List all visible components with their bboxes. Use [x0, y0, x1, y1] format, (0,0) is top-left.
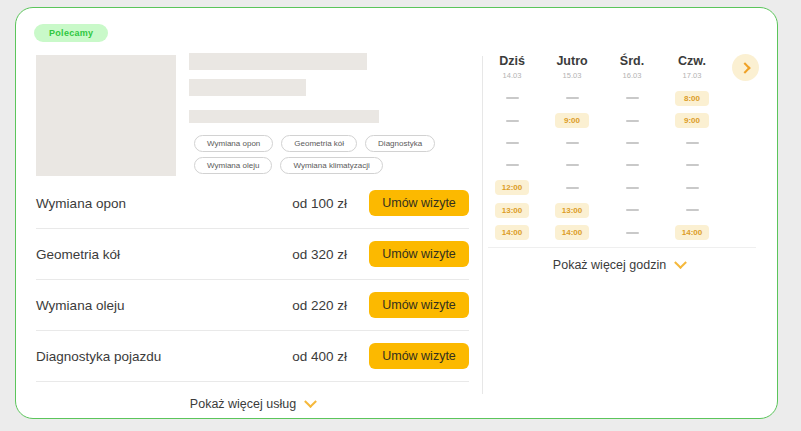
service-tags: Wymiana oponGeometria kółDiagnostykaWymi… — [194, 135, 459, 174]
book-visit-button[interactable]: Umów wizyte — [369, 292, 469, 318]
time-slot-button[interactable]: 13:00 — [495, 203, 529, 218]
workshop-title-placeholder — [189, 53, 367, 70]
workshop-card: Polecamy Wymiana oponGeometria kółDiagno… — [15, 7, 778, 419]
service-row: Wymiana olejuod 220 złUmów wizyte — [36, 280, 469, 331]
service-tag: Wymiana oleju — [194, 157, 272, 174]
empty-slot — [566, 187, 579, 189]
service-tag: Wymiana klimatyzacji — [280, 157, 382, 174]
unavailable-dash — [626, 120, 639, 122]
day-date: 16.03 — [602, 71, 662, 80]
book-visit-button[interactable]: Umów wizyte — [369, 241, 469, 267]
time-slot-button[interactable]: 14:00 — [555, 225, 589, 240]
chevron-down-icon — [674, 256, 687, 269]
show-more-services-label: Pokaż więcej usług — [190, 397, 296, 411]
unavailable-dash — [566, 187, 579, 189]
empty-slot — [686, 209, 699, 211]
empty-slot — [626, 232, 639, 234]
chevron-down-icon — [304, 395, 317, 408]
book-visit-button[interactable]: Umów wizyte — [369, 190, 469, 216]
day-label: Śrd. — [602, 54, 662, 68]
empty-slot — [686, 142, 699, 144]
unavailable-dash — [626, 187, 639, 189]
time-slot-button[interactable]: 13:00 — [555, 203, 589, 218]
unavailable-dash — [566, 164, 579, 166]
unavailable-dash — [686, 142, 699, 144]
day-date: 14.03 — [482, 71, 542, 80]
empty-slot — [506, 120, 519, 122]
recommended-badge: Polecamy — [34, 24, 108, 42]
unavailable-dash — [626, 164, 639, 166]
time-slot-button[interactable]: 8:00 — [675, 91, 709, 106]
unavailable-dash — [506, 142, 519, 144]
day-label: Czw. — [662, 54, 722, 68]
unavailable-dash — [686, 209, 699, 211]
empty-slot — [506, 142, 519, 144]
service-price: od 220 zł — [275, 298, 347, 313]
unavailable-dash — [626, 142, 639, 144]
empty-slot — [626, 209, 639, 211]
service-name: Geometria kół — [36, 247, 275, 262]
service-name: Wymiana oleju — [36, 298, 275, 313]
time-slot-button[interactable]: 9:00 — [675, 113, 709, 128]
calendar-divider — [488, 247, 756, 248]
empty-slot — [566, 142, 579, 144]
empty-slot — [506, 97, 519, 99]
empty-slot — [566, 164, 579, 166]
unavailable-dash — [626, 209, 639, 211]
service-price: od 100 zł — [275, 196, 347, 211]
unavailable-dash — [566, 97, 579, 99]
service-row: Geometria kółod 320 złUmów wizyte — [36, 229, 469, 280]
show-more-hours-link[interactable]: Pokaż więcej godzin — [482, 254, 756, 276]
chevron-right-icon — [739, 62, 750, 73]
unavailable-dash — [686, 164, 699, 166]
empty-slot — [626, 97, 639, 99]
unavailable-dash — [626, 97, 639, 99]
service-price: od 320 zł — [275, 247, 347, 262]
day-label: Jutro — [542, 54, 602, 68]
empty-slot — [686, 187, 699, 189]
calendar-day-header: Dziś14.03 — [482, 54, 542, 80]
workshop-address-placeholder — [189, 110, 379, 123]
unavailable-dash — [626, 232, 639, 234]
time-slot-button[interactable]: 14:00 — [495, 225, 529, 240]
service-name: Wymiana opon — [36, 196, 275, 211]
service-tag: Diagnostyka — [365, 135, 435, 152]
service-tag: Geometria kół — [281, 135, 357, 152]
calendar-next-button[interactable] — [732, 54, 759, 81]
empty-slot — [686, 164, 699, 166]
empty-slot — [626, 142, 639, 144]
show-more-hours-label: Pokaż więcej godzin — [553, 258, 666, 272]
calendar-slot-grid: 8:009:009:0012:0013:0013:0014:0014:0014:… — [482, 87, 722, 244]
show-more-services-link[interactable]: Pokaż więcej usług — [36, 392, 469, 416]
service-row: Diagnostyka pojazduod 400 złUmów wizyte — [36, 331, 469, 382]
book-visit-button[interactable]: Umów wizyte — [369, 343, 469, 369]
empty-slot — [626, 164, 639, 166]
service-tag: Wymiana opon — [194, 135, 273, 152]
service-price: od 400 zł — [275, 349, 347, 364]
calendar-day-header: Śrd.16.03 — [602, 54, 662, 80]
service-row: Wymiana oponod 100 złUmów wizyte — [36, 178, 469, 229]
time-slot-button[interactable]: 12:00 — [495, 180, 529, 195]
workshop-subtitle-placeholder — [189, 79, 306, 96]
calendar-day-header: Czw.17.03 — [662, 54, 722, 80]
empty-slot — [626, 120, 639, 122]
day-date: 17.03 — [662, 71, 722, 80]
unavailable-dash — [506, 120, 519, 122]
unavailable-dash — [506, 164, 519, 166]
time-slot-button[interactable]: 9:00 — [555, 113, 589, 128]
empty-slot — [626, 187, 639, 189]
workshop-photo-placeholder — [36, 55, 176, 176]
empty-slot — [566, 97, 579, 99]
calendar-day-header: Jutro15.03 — [542, 54, 602, 80]
service-name: Diagnostyka pojazdu — [36, 349, 275, 364]
unavailable-dash — [686, 187, 699, 189]
empty-slot — [506, 164, 519, 166]
day-date: 15.03 — [542, 71, 602, 80]
calendar-day-headers: Dziś14.03Jutro15.03Śrd.16.03Czw.17.03 — [482, 54, 722, 80]
time-slot-button[interactable]: 14:00 — [675, 225, 709, 240]
day-label: Dziś — [482, 54, 542, 68]
unavailable-dash — [506, 97, 519, 99]
services-list: Wymiana oponod 100 złUmów wizyteGeometri… — [36, 178, 469, 382]
unavailable-dash — [566, 142, 579, 144]
